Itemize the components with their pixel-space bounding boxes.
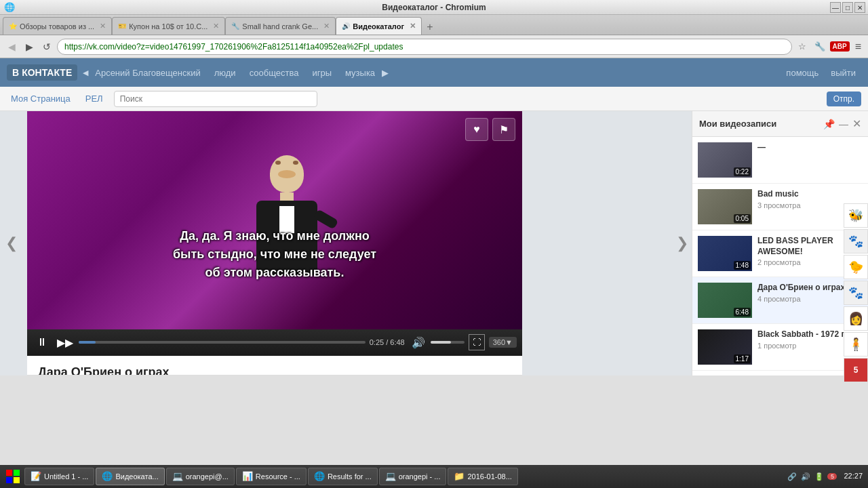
tab-3[interactable]: 🔧 Small hand crank Ge... ✕: [225, 17, 336, 35]
vk-nav-people[interactable]: люди: [208, 58, 243, 87]
taskbar-item-6[interactable]: 💻 orangepi - ...: [379, 468, 447, 485]
video-thumb-4: 6:48: [698, 283, 752, 318]
time-display: 0:25 / 6:48: [370, 338, 405, 346]
list-item[interactable]: 1:20 Поляк и немцы :) 1 просмотр: [692, 371, 868, 375]
vk-nav-more-icon[interactable]: ▶: [382, 68, 389, 78]
tray-volume-icon[interactable]: 🔊: [800, 471, 811, 482]
video-prev-button[interactable]: ❮: [5, 235, 18, 252]
taskbar-item-4[interactable]: 📊 Resource - ...: [236, 468, 307, 485]
tab-1-close[interactable]: ✕: [100, 22, 106, 30]
tab-4-active[interactable]: 🔊 Видеокаталог ✕: [336, 17, 422, 35]
video-area: Да, да. Я знаю, что мне должно быть стыд…: [27, 111, 522, 375]
forward-nav-button[interactable]: ▶: [22, 39, 37, 54]
tab-3-close[interactable]: ✕: [323, 22, 330, 30]
system-clock[interactable]: 22:27: [841, 471, 865, 481]
taskbar-icon-2: 🌐: [102, 471, 113, 482]
adblock-button[interactable]: ABP: [830, 41, 850, 52]
video-flag-button[interactable]: ⚑: [492, 118, 515, 141]
back-nav-button[interactable]: ◀: [4, 39, 19, 54]
video-next-button[interactable]: ❯: [676, 235, 688, 252]
taskbar-item-2[interactable]: 🌐 Видеоката...: [96, 468, 164, 485]
tab-1-label: Обзоры товаров из ...: [20, 22, 94, 30]
url-input[interactable]: [57, 39, 792, 55]
tab-bar: ⭐ Обзоры товаров из ... ✕ 🎫 Купон на 10$…: [0, 15, 868, 35]
quality-selector[interactable]: 360▼: [489, 337, 517, 348]
vk-sec-right: Отпр.: [827, 92, 861, 106]
chrome-menu-button[interactable]: ≡: [852, 41, 864, 53]
close-window-button[interactable]: ✕: [854, 2, 865, 13]
tab-4-close[interactable]: ✕: [410, 22, 416, 30]
extensions-icon[interactable]: 🔧: [812, 39, 827, 54]
float-icon-5[interactable]: 👩: [844, 306, 868, 331]
bookmark-star-icon[interactable]: ☆: [795, 39, 810, 54]
taskbar: 📝 Untitled 1 - ... 🌐 Видеоката... 💻 oran…: [0, 465, 868, 488]
video-like-button[interactable]: ♥: [465, 118, 488, 141]
video-subtitle: Да, да. Я знаю, что мне должно быть стыд…: [27, 227, 522, 282]
vk-secondary-nav: Моя Страница РЕЛ Отпр.: [0, 87, 868, 111]
float-icon-1[interactable]: 🐝: [844, 203, 868, 228]
vk-nav-music[interactable]: музыка: [338, 58, 382, 87]
volume-icon[interactable]: 🔊: [409, 333, 428, 352]
maximize-window-button[interactable]: □: [842, 2, 853, 13]
float-icon-2[interactable]: 🐾: [844, 229, 868, 253]
vk-nav-help[interactable]: помощь: [781, 68, 824, 78]
vk-nav-logout[interactable]: выйти: [825, 68, 861, 78]
sidebar-pin-icon[interactable]: 📌: [823, 119, 835, 129]
next-button[interactable]: ▶▶: [56, 333, 75, 352]
vk-nav-games[interactable]: игры: [305, 58, 338, 87]
volume-fill: [431, 341, 451, 344]
list-item[interactable]: 1:48 LED BASS PLAYER AWESOME! 2 просмотр…: [692, 230, 868, 277]
vk-sec-rel[interactable]: РЕЛ: [81, 87, 107, 111]
volume-area: 🔊: [409, 333, 465, 352]
taskbar-item-7[interactable]: 📁 2016-01-08...: [448, 468, 517, 485]
list-item[interactable]: 0:22 —: [692, 137, 868, 184]
volume-bar[interactable]: [431, 341, 465, 344]
progress-bar[interactable]: [79, 341, 366, 344]
video-player[interactable]: Да, да. Я знаю, что мне должно быть стыд…: [27, 111, 522, 329]
taskbar-item-1[interactable]: 📝 Untitled 1 - ...: [24, 468, 94, 485]
tab-4-icon: 🔊: [342, 22, 350, 30]
taskbar-icon-7: 📁: [454, 471, 465, 482]
vk-nav-user-link[interactable]: Арсений Благовещенский: [88, 58, 208, 87]
tab-2-close[interactable]: ✕: [213, 22, 219, 30]
float-icon-6[interactable]: 🧍: [844, 332, 868, 357]
new-tab-button[interactable]: +: [422, 20, 438, 35]
floating-side-icons: 🐝 🐾 🐤 🐾 👩 🧍 5: [844, 203, 868, 382]
pause-button[interactable]: ⏸: [33, 333, 52, 352]
taskbar-item-3[interactable]: 💻 orangepi@...: [166, 468, 235, 485]
tray-battery-icon[interactable]: 🔋: [814, 471, 825, 482]
vk-search-input[interactable]: [114, 91, 317, 107]
sidebar-video-list: 0:22 — 0:05 Bad music 3 просмотра: [692, 137, 868, 375]
fullscreen-button[interactable]: ⛶: [469, 334, 485, 350]
clock-time: 22:27: [844, 471, 863, 481]
tab-3-icon: 🔧: [231, 22, 239, 30]
list-item[interactable]: 0:05 Bad music 3 просмотра: [692, 184, 868, 230]
browser-icon: 🌐: [4, 2, 15, 13]
thumb-duration-3: 1:48: [734, 261, 751, 270]
tab-2[interactable]: 🎫 Купон на 10$ от 10.С... ✕: [112, 17, 225, 35]
list-item[interactable]: 1:17 Black Sabbath - 1972 год. 1 просмот…: [692, 324, 868, 371]
reload-button[interactable]: ↺: [39, 39, 54, 54]
thumb-duration-1: 0:22: [734, 167, 751, 176]
start-button[interactable]: [3, 468, 23, 485]
system-tray: 🔗 🔊 🔋 5: [787, 471, 837, 482]
tray-notification-count[interactable]: 5: [827, 473, 837, 480]
tray-network-icon[interactable]: 🔗: [787, 471, 797, 482]
tab-1-icon: ⭐: [9, 22, 17, 30]
sidebar-minimize-button[interactable]: —: [839, 119, 848, 129]
svg-rect-6: [14, 477, 20, 483]
taskbar-item-5[interactable]: 🌐 Results for ...: [308, 468, 378, 485]
minimize-window-button[interactable]: —: [830, 2, 841, 13]
video-top-controls: ♥ ⚑: [465, 118, 515, 141]
vk-logo[interactable]: В КОНТАКТЕ: [7, 64, 77, 81]
person-neck: [280, 192, 294, 201]
vk-nav-communities[interactable]: сообщества: [243, 58, 306, 87]
address-bar-icons: ☆ 🔧 ABP ≡: [795, 39, 864, 54]
sidebar-close-button[interactable]: ✕: [852, 117, 861, 130]
list-item[interactable]: 6:48 Дара О'Бриен о играх 4 просмотра: [692, 277, 868, 324]
float-icon-3[interactable]: 🐤: [844, 255, 868, 279]
vk-sec-mypage[interactable]: Моя Страница: [7, 87, 75, 111]
tab-1[interactable]: ⭐ Обзоры товаров из ... ✕: [3, 17, 112, 35]
float-icon-4[interactable]: 🐾: [844, 281, 868, 305]
vk-write-button[interactable]: Отпр.: [827, 92, 861, 106]
